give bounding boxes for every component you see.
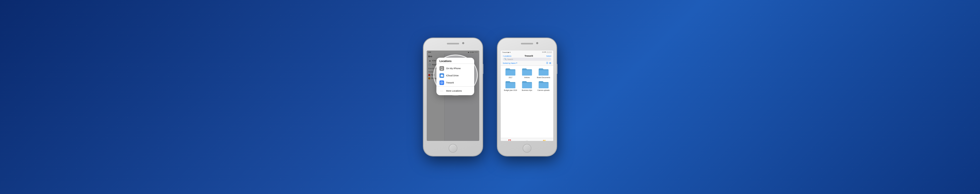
folder-2017-label: 2017	[509, 76, 512, 79]
folder-grid: 2017 Articles	[503, 67, 551, 91]
search-placeholder: Search	[508, 59, 513, 60]
phone-1: ●●● ▶ 11:08 ⬜⬜ Bro ☁ iCloud	[424, 38, 482, 156]
phone-2-camera	[536, 42, 538, 44]
popup-divider-1	[436, 64, 474, 64]
tresorit-icon	[439, 80, 444, 85]
files-icon: 📁	[542, 139, 546, 141]
sort-button[interactable]: Sorted by Name ▾	[503, 62, 517, 64]
on-my-iphone-label: On My iPhone	[446, 67, 461, 70]
sort-row: Sorted by Name ▾ ☰ ⊞	[503, 61, 551, 65]
folder-articles-icon	[522, 67, 532, 76]
sort-chevron-icon: ▾	[516, 62, 517, 64]
phone-1-screen: ●●● ▶ 11:08 ⬜⬜ Bro ☁ iCloud	[427, 51, 479, 141]
locations-popup: Locations On My iPhone	[436, 58, 474, 95]
popup-item-on-my-iphone[interactable]: On My iPhone	[436, 65, 474, 72]
status-right-2: 11:08 ⬜⬜⬜	[542, 51, 552, 53]
tresorit-navbar: ‹ Locations Tresorit Select 🔍 Search Sor…	[501, 54, 553, 66]
phone-icon	[439, 66, 444, 71]
phone-2-home-button[interactable]	[523, 144, 531, 153]
svg-point-3	[442, 69, 442, 70]
more-locations-label: More Locations	[446, 90, 462, 92]
tabbar-favorites[interactable]: ☆	[526, 139, 528, 141]
tresorit-screen: ‹ Locations Tresorit Select 🔍 Search Sor…	[501, 54, 553, 141]
grid-view-icon[interactable]: ⊞	[549, 62, 551, 64]
tresorit-content: 2017 Articles	[501, 66, 553, 138]
svg-rect-2	[441, 67, 442, 69]
sort-label: Sorted by Name	[503, 62, 516, 64]
phone-2-speaker	[521, 43, 533, 45]
back-chevron-icon: ‹	[503, 55, 504, 57]
search-bar[interactable]: 🔍 Search	[503, 58, 551, 61]
view-toggle: ☰ ⊞	[546, 62, 551, 64]
phone-side-button	[482, 64, 484, 74]
select-button[interactable]: Select	[546, 55, 551, 57]
nav-title: Tresorit	[525, 55, 533, 57]
icloud-drive-label: iCloud Drive	[446, 74, 458, 77]
phone-2: Tresorit ▶ ♥ 11:08 ⬜⬜⬜ ‹ Locations Treso…	[498, 38, 556, 156]
popup-title: Locations	[436, 58, 474, 64]
tabbar-recent[interactable]: ⏰	[508, 139, 511, 141]
back-label: Locations	[504, 55, 511, 57]
folder-budget-label: Budget plan 2018	[504, 89, 517, 91]
popup-item-icloud-drive[interactable]: iCloud Drive	[436, 72, 474, 79]
folder-camera-icon	[538, 80, 549, 89]
folder-business-trips-icon	[522, 80, 532, 89]
folder-business-trips-label: Business trips	[522, 89, 532, 91]
star-icon: ☆	[526, 139, 528, 141]
folder-board-documents[interactable]: Board Documents	[536, 67, 551, 79]
folder-budget-plan[interactable]: Budget plan 2018	[503, 80, 518, 91]
folder-articles[interactable]: Articles	[519, 67, 535, 79]
phone-camera	[462, 42, 464, 44]
list-view-icon[interactable]: ☰	[546, 62, 548, 64]
phone-2-screen: Tresorit ▶ ♥ 11:08 ⬜⬜⬜ ‹ Locations Treso…	[501, 51, 553, 141]
more-dots-icon: ···	[439, 89, 444, 93]
phone-1-home-button[interactable]	[449, 144, 457, 153]
folder-camera-label: Camera uploads	[538, 89, 550, 91]
folder-camera-uploads[interactable]: Camera uploads	[536, 80, 551, 91]
icloud-drive-icon	[439, 73, 444, 78]
folder-board-label: Board Documents	[537, 76, 550, 79]
nav-top-row: ‹ Locations Tresorit Select	[503, 55, 551, 57]
folder-2017[interactable]: 2017	[503, 67, 518, 79]
phone-speaker	[447, 43, 459, 45]
scene: ●●● ▶ 11:08 ⬜⬜ Bro ☁ iCloud	[424, 38, 556, 156]
folder-business-trips[interactable]: Business trips	[519, 80, 535, 91]
folder-board-icon	[538, 67, 549, 76]
carrier-2: Tresorit ▶ ♥	[502, 51, 511, 53]
folder-articles-label: Articles	[524, 76, 530, 79]
back-button[interactable]: ‹ Locations	[503, 55, 511, 57]
search-icon: 🔍	[504, 58, 507, 60]
tabbar-files[interactable]: 📁	[542, 139, 546, 141]
popup-item-more-locations[interactable]: ··· More Locations	[436, 87, 474, 95]
tresorit-label: Tresorit	[446, 81, 454, 84]
folder-budget-icon	[505, 80, 516, 89]
status-bar-2: Tresorit ▶ ♥ 11:08 ⬜⬜⬜	[501, 51, 553, 54]
svg-marker-5	[441, 82, 442, 83]
phone-2-side-button	[556, 64, 557, 74]
folder-2017-icon	[505, 67, 516, 76]
recent-icon: ⏰	[508, 139, 511, 141]
popup-item-tresorit[interactable]: Tresorit	[436, 79, 474, 86]
tresorit-tabbar: ⏰ ☆ 📁	[501, 138, 553, 141]
